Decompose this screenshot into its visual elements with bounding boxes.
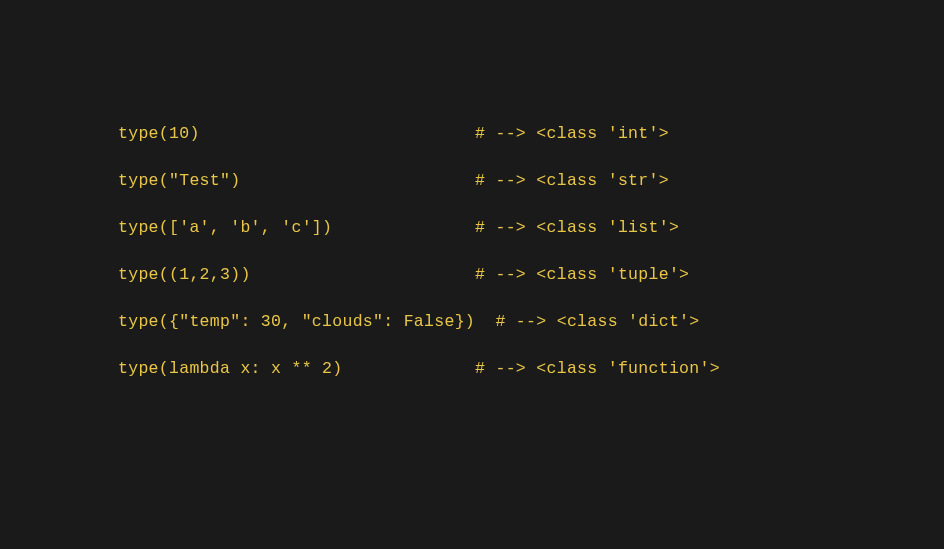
code-line: type((1,2,3)) # --> <class 'tuple'> — [118, 265, 944, 284]
code-expression: type({"temp": 30, "clouds": False}) — [118, 312, 495, 331]
code-comment: # --> <class 'int'> — [475, 124, 669, 143]
code-expression: type((1,2,3)) — [118, 265, 475, 284]
code-comment: # --> <class 'str'> — [475, 171, 669, 190]
code-comment: # --> <class 'dict'> — [495, 312, 699, 331]
code-line: type(['a', 'b', 'c']) # --> <class 'list… — [118, 218, 944, 237]
code-line: type({"temp": 30, "clouds": False}) # --… — [118, 312, 944, 331]
code-line: type(lambda x: x ** 2) # --> <class 'fun… — [118, 359, 944, 378]
code-expression: type(10) — [118, 124, 475, 143]
code-expression: type(['a', 'b', 'c']) — [118, 218, 475, 237]
code-block: type(10) # --> <class 'int'> type("Test"… — [118, 124, 944, 378]
code-line: type("Test") # --> <class 'str'> — [118, 171, 944, 190]
code-comment: # --> <class 'tuple'> — [475, 265, 689, 284]
code-expression: type("Test") — [118, 171, 475, 190]
code-expression: type(lambda x: x ** 2) — [118, 359, 475, 378]
code-comment: # --> <class 'list'> — [475, 218, 679, 237]
code-line: type(10) # --> <class 'int'> — [118, 124, 944, 143]
code-comment: # --> <class 'function'> — [475, 359, 720, 378]
